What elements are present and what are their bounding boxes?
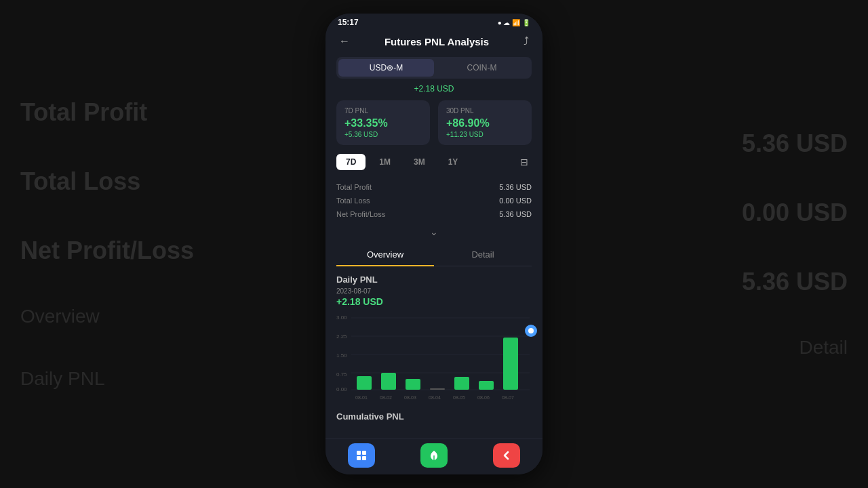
svg-text:08-05: 08-05 [453, 395, 465, 400]
daily-pnl-title: Daily PNL [336, 274, 532, 285]
status-time: 15:17 [338, 18, 359, 27]
svg-rect-14 [454, 377, 469, 390]
svg-rect-10 [357, 376, 372, 390]
view-tab-group: Overview Detail [336, 244, 532, 266]
svg-text:08-01: 08-01 [355, 395, 368, 400]
pnl-card-30d: 30D PNL +86.90% +11.23 USD [438, 100, 532, 145]
svg-rect-27 [362, 456, 366, 460]
status-icons: ● ☁ 📶 🔋 [498, 19, 530, 26]
bg-left-labels: Total Profit Total Loss Net Profit/Loss … [20, 0, 194, 488]
bg-right-values: 5.36 USD 0.00 USD 5.36 USD Detail [742, 0, 848, 488]
daily-pnl-date: 2023-08-07 [336, 287, 532, 295]
svg-text:08-07: 08-07 [502, 395, 514, 400]
svg-text:3.00: 3.00 [336, 314, 347, 321]
currency-tab-usd[interactable]: USD⊛-M [338, 59, 434, 77]
bg-total-loss: Total Loss [20, 167, 194, 196]
bg-overview: Overview [20, 306, 194, 327]
bottom-navigation [326, 439, 542, 474]
stat-label-net: Net Profit/Loss [336, 210, 385, 218]
view-tab-detail[interactable]: Detail [434, 244, 532, 266]
grid-icon [355, 449, 368, 462]
bg-total-profit: Total Profit [20, 98, 194, 127]
nav-item-leaf[interactable] [420, 443, 448, 468]
chevron-left-icon [500, 449, 513, 462]
chart-svg: 3.00 2.25 1.50 0.75 0.00 [336, 311, 532, 406]
chart-highlight-dot [525, 325, 537, 337]
svg-text:08-04: 08-04 [429, 395, 441, 400]
svg-rect-16 [503, 338, 518, 390]
bg-net-profit: Net Profit/Loss [20, 237, 194, 265]
svg-rect-11 [381, 373, 396, 390]
period-tab-7d[interactable]: 7D [336, 154, 366, 170]
period-tab-3m[interactable]: 3M [404, 154, 435, 170]
cumulative-pnl-title: Cumulative PNL [336, 411, 532, 422]
header-pnl-value: +2.18 USD [326, 84, 542, 94]
svg-rect-24 [357, 451, 361, 455]
svg-text:2.25: 2.25 [336, 333, 347, 340]
bg-daily-pnl: Daily PNL [20, 368, 194, 390]
svg-rect-13 [430, 388, 445, 390]
bg-loss-val: 0.00 USD [742, 199, 848, 227]
svg-text:08-06: 08-06 [477, 395, 490, 400]
bg-detail: Detail [742, 337, 848, 359]
main-content: USD⊛-M COIN-M +2.18 USD 7D PNL +33.35% +… [326, 57, 542, 439]
bg-net-val: 5.36 USD [742, 268, 848, 296]
svg-text:08-03: 08-03 [404, 395, 416, 400]
pnl-card-7d: 7D PNL +33.35% +5.36 USD [336, 100, 430, 145]
pnl-30d-usd: +11.23 USD [446, 131, 524, 138]
phone-frame: 15:17 ● ☁ 📶 🔋 ← Futures PNL Analysis ⤴ U… [326, 14, 542, 474]
daily-pnl-chart: 3.00 2.25 1.50 0.75 0.00 [336, 311, 532, 406]
period-tab-1y[interactable]: 1Y [439, 154, 468, 170]
bg-profit-val: 5.36 USD [742, 129, 848, 158]
nav-item-grid[interactable] [348, 443, 375, 468]
nav-item-back[interactable] [493, 443, 520, 468]
period-tab-1m[interactable]: 1M [370, 154, 400, 170]
stat-row-loss: Total Loss 0.00 USD [336, 194, 532, 207]
daily-pnl-value: +2.18 USD [336, 296, 532, 307]
stat-value-profit: 5.36 USD [499, 183, 532, 191]
svg-text:0.75: 0.75 [336, 371, 347, 378]
filter-icon[interactable]: ⊟ [517, 153, 532, 171]
pnl-7d-percent: +33.35% [344, 117, 422, 129]
pnl-cards-row: 7D PNL +33.35% +5.36 USD 30D PNL +86.90%… [336, 100, 532, 145]
stat-value-loss: 0.00 USD [499, 197, 532, 205]
status-bar: 15:17 ● ☁ 📶 🔋 [326, 14, 542, 28]
stat-label-profit: Total Profit [336, 183, 372, 191]
back-button[interactable]: ← [336, 33, 353, 50]
pnl-7d-usd: +5.36 USD [344, 131, 422, 138]
svg-text:1.50: 1.50 [336, 352, 347, 359]
currency-tab-coin[interactable]: COIN-M [434, 59, 530, 77]
svg-rect-15 [479, 381, 494, 390]
svg-rect-26 [357, 456, 361, 460]
chart-dot-inner [528, 328, 534, 333]
stat-row-profit: Total Profit 5.36 USD [336, 180, 532, 194]
daily-pnl-header: Daily PNL 2023-08-07 +2.18 USD [336, 274, 532, 307]
currency-tab-group: USD⊛-M COIN-M [336, 57, 532, 79]
svg-text:0.00: 0.00 [336, 386, 347, 392]
stat-label-loss: Total Loss [336, 197, 370, 205]
share-button[interactable]: ⤴ [521, 33, 532, 50]
view-tab-overview[interactable]: Overview [336, 244, 434, 266]
app-header: ← Futures PNL Analysis ⤴ [326, 28, 542, 57]
svg-text:08-02: 08-02 [380, 395, 392, 400]
pnl-30d-percent: +86.90% [446, 117, 524, 129]
svg-rect-25 [362, 451, 366, 455]
stat-value-net: 5.36 USD [499, 210, 532, 218]
stats-section: Total Profit 5.36 USD Total Loss 0.00 US… [336, 180, 532, 221]
expand-button[interactable]: ⌄ [326, 226, 542, 237]
page-title: Futures PNL Analysis [353, 36, 521, 47]
pnl-7d-label: 7D PNL [344, 107, 422, 115]
pnl-30d-label: 30D PNL [446, 107, 524, 115]
leaf-icon [428, 449, 440, 462]
svg-rect-12 [406, 379, 420, 390]
period-tab-group: 7D 1M 3M 1Y ⊟ [336, 153, 532, 171]
battery-icon: ● ☁ 📶 🔋 [498, 19, 530, 26]
stat-row-net: Net Profit/Loss 5.36 USD [336, 207, 532, 221]
